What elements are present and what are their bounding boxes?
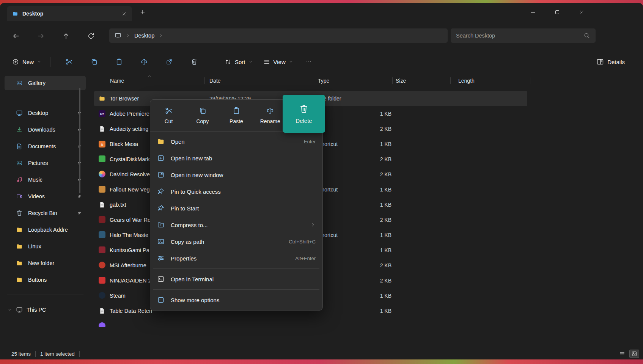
- app-file-icon: [99, 155, 105, 163]
- menu-item-show-more-options[interactable]: Show more options: [150, 292, 322, 308]
- forward-button[interactable]: [37, 32, 45, 40]
- details-view-button[interactable]: [617, 350, 627, 358]
- sidebar-item-desktop[interactable]: Desktop: [5, 106, 86, 120]
- sidebar-item-documents[interactable]: Documents: [5, 139, 86, 154]
- quick-action-paste[interactable]: Paste: [219, 100, 253, 131]
- tab-label: Desktop: [22, 11, 43, 17]
- up-button[interactable]: [62, 32, 70, 40]
- sidebar-item-new-folder[interactable]: New folder: [5, 256, 86, 270]
- back-button[interactable]: [12, 32, 20, 40]
- delete-button[interactable]: [187, 55, 202, 69]
- refresh-button[interactable]: [87, 32, 95, 40]
- quick-action-cut[interactable]: Cut: [152, 100, 186, 131]
- column-header-length[interactable]: Length: [451, 74, 530, 88]
- breadcrumb[interactable]: Desktop: [109, 28, 448, 43]
- paste-button[interactable]: [112, 55, 127, 69]
- rename-button[interactable]: [137, 55, 152, 69]
- file-name: gab.txt: [110, 202, 126, 208]
- tab-desktop[interactable]: Desktop: [7, 6, 132, 21]
- folder-icon: [16, 276, 23, 283]
- file-name: Halo The Maste: [110, 232, 148, 238]
- tab-close-icon[interactable]: [122, 11, 127, 16]
- statusbar: 25 items 1 item selected: [0, 348, 643, 359]
- thumbnail-view-button[interactable]: [629, 350, 639, 358]
- quick-action-label: Paste: [230, 118, 243, 124]
- menu-item-open-in-terminal[interactable]: Open in Terminal: [150, 271, 322, 287]
- menu-item-label: Pin to Quick access: [171, 188, 221, 195]
- file-explorer-window: Desktop Desktop New: [0, 3, 643, 359]
- sidebar-item-label: Pictures: [28, 160, 48, 166]
- sidebar-item-recycle-bin[interactable]: Recycle Bin: [5, 206, 86, 220]
- search-box[interactable]: [451, 28, 596, 43]
- app-file-icon: [99, 277, 105, 285]
- file-size: 2 KB: [364, 217, 391, 223]
- menu-item-pin-to-quick-access[interactable]: Pin to Quick access: [150, 183, 322, 200]
- sidebar-item-label: Linux: [28, 243, 41, 249]
- column-header-label: Type: [314, 78, 329, 84]
- sidebar-item-buttons[interactable]: Buttons: [5, 273, 86, 287]
- menu-item-open-in-new-tab[interactable]: Open in new tab: [150, 150, 322, 166]
- folder-file-icon: [99, 95, 105, 102]
- quick-action-label: Rename: [260, 118, 280, 124]
- quick-action-delete[interactable]: Delete: [283, 95, 325, 133]
- chevron-down-icon: [249, 60, 253, 64]
- sidebar-item-loopback-addre[interactable]: Loopback Addre: [5, 223, 86, 237]
- pin-icon: [157, 188, 165, 195]
- details-button-label: Details: [607, 59, 625, 65]
- sidebar-item-gallery[interactable]: Gallery: [5, 76, 86, 90]
- details-pane-button[interactable]: Details: [596, 58, 625, 66]
- sort-ascending-icon: [148, 74, 151, 78]
- sidebar-item-music[interactable]: Music: [5, 173, 86, 187]
- column-header-type[interactable]: Type: [314, 74, 393, 88]
- menu-item-copy-as-path[interactable]: Copy as pathCtrl+Shift+C: [150, 233, 322, 250]
- sidebar-item-label: Buttons: [28, 277, 47, 283]
- sidebar-item-videos[interactable]: Videos: [5, 189, 86, 204]
- view-button[interactable]: View: [263, 55, 293, 69]
- copy-button[interactable]: [86, 55, 102, 69]
- sidebar-item-pictures[interactable]: Pictures: [5, 156, 86, 170]
- sidebar-item-downloads[interactable]: Downloads: [5, 122, 86, 137]
- quick-action-label: Copy: [196, 118, 209, 124]
- new-tab-button[interactable]: [140, 9, 146, 15]
- file-size: 2 KB: [364, 278, 391, 284]
- sidebar: GalleryDesktopDownloadsDocumentsPictures…: [0, 74, 90, 327]
- menu-item-label: Open in new tab: [171, 155, 212, 162]
- documents-icon: [16, 143, 23, 150]
- menu-item-properties[interactable]: PropertiesAlt+Enter: [150, 250, 322, 267]
- sidebar-item-this-pc[interactable]: This PC: [5, 303, 86, 317]
- app-file-icon: [99, 186, 105, 194]
- sidebar-item-label: Desktop: [28, 110, 48, 116]
- quick-action-label: Delete: [296, 118, 312, 124]
- quick-action-copy[interactable]: Copy: [186, 100, 219, 131]
- cut-icon: [165, 107, 173, 115]
- file-name-cell: [94, 322, 205, 327]
- sidebar-scrollbar[interactable]: [79, 88, 80, 193]
- column-header-name[interactable]: Name: [94, 74, 205, 88]
- app-file-icon: [99, 216, 105, 224]
- menu-item-open[interactable]: OpenEnter: [150, 133, 322, 150]
- submenu-chevron-icon: [310, 222, 316, 228]
- minimize-button[interactable]: [521, 3, 545, 21]
- column-header-size[interactable]: Size: [393, 74, 451, 88]
- path-icon: [157, 238, 165, 245]
- sidebar-item-linux[interactable]: Linux: [5, 239, 86, 254]
- downloads-icon: [16, 126, 23, 133]
- quick-action-rename[interactable]: Rename: [253, 100, 287, 131]
- maximize-button[interactable]: [545, 3, 569, 21]
- toolbar-divider: [50, 57, 50, 67]
- new-button[interactable]: New: [9, 55, 44, 69]
- share-button[interactable]: [162, 55, 177, 69]
- menu-item-open-in-new-window[interactable]: Open in new window: [150, 166, 322, 183]
- cut-button[interactable]: [61, 55, 77, 69]
- menu-item-compress-to[interactable]: Compress to...: [150, 217, 322, 233]
- breadcrumb-item-desktop[interactable]: Desktop: [134, 33, 154, 39]
- column-header-date[interactable]: Date: [205, 74, 314, 88]
- search-input[interactable]: [456, 33, 580, 39]
- menu-item-pin-to-start[interactable]: Pin to Start: [150, 200, 322, 217]
- more-options-button[interactable]: [301, 55, 316, 69]
- file-name: MSI Afterburne: [110, 262, 146, 268]
- sort-button[interactable]: Sort: [225, 55, 253, 69]
- close-button[interactable]: [569, 3, 594, 21]
- desktop-icon: [16, 110, 23, 116]
- file-row[interactable]: [94, 318, 643, 327]
